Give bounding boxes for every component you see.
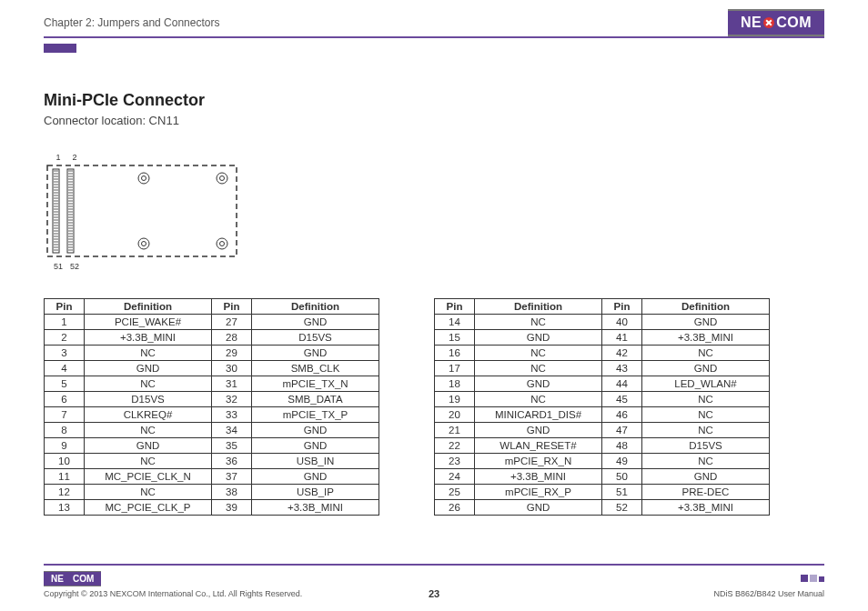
definition-cell: LED_WLAN#	[642, 376, 770, 392]
pin-cell: 6	[45, 392, 85, 407]
pin-cell: 41	[602, 330, 642, 346]
definition-cell: GND	[475, 500, 602, 516]
pin-cell: 44	[602, 376, 642, 392]
pin-label-51: 51	[54, 262, 63, 271]
table-row: 23mPCIE_RX_N49NC	[435, 454, 770, 469]
pin-table-right: Pin Definition Pin Definition 14NC40GND1…	[434, 298, 770, 516]
definition-cell: NC	[85, 485, 212, 500]
th-pin: Pin	[212, 299, 252, 315]
definition-cell: MINICARD1_DIS#	[475, 407, 602, 423]
definition-cell: SMB_DATA	[252, 392, 379, 407]
table-row: 26GND52+3.3B_MINI	[435, 500, 770, 516]
pin-cell: 26	[435, 500, 475, 516]
definition-cell: NC	[642, 392, 770, 407]
pin-cell: 20	[435, 407, 475, 423]
table-row: 2+3.3B_MINI28D15VS	[45, 330, 379, 346]
table-row: 20MINICARD1_DIS#46NC	[435, 407, 770, 423]
table-row: 18GND44LED_WLAN#	[435, 376, 770, 392]
definition-cell: NC	[85, 454, 212, 469]
pin-cell: 8	[45, 423, 85, 438]
th-def: Definition	[252, 299, 379, 315]
logo-text-right: COM	[776, 15, 812, 31]
definition-cell: GND	[85, 361, 212, 376]
table-row: 24+3.3B_MINI50GND	[435, 469, 770, 485]
definition-cell: GND	[85, 438, 212, 454]
th-def: Definition	[475, 299, 602, 315]
pin-cell: 29	[212, 346, 252, 361]
svg-point-68	[142, 242, 146, 246]
definition-cell: mPCIE_RX_N	[475, 454, 602, 469]
pin-cell: 22	[435, 438, 475, 454]
definition-cell: NC	[642, 423, 770, 438]
definition-cell: +3.3B_MINI	[252, 500, 379, 516]
table-row: 15GND41+3.3B_MINI	[435, 330, 770, 346]
definition-cell: D15VS	[252, 330, 379, 346]
definition-cell: GND	[475, 423, 602, 438]
pin-cell: 10	[45, 454, 85, 469]
table-row: 21GND47NC	[435, 423, 770, 438]
pin-label-2: 2	[72, 153, 76, 162]
table-row: 19NC45NC	[435, 392, 770, 407]
table-row: 6D15VS32SMB_DATA	[45, 392, 379, 407]
pin-cell: 45	[602, 392, 642, 407]
definition-cell: NC	[475, 346, 602, 361]
pin-cell: 16	[435, 346, 475, 361]
pin-label-52: 52	[70, 262, 79, 271]
th-pin: Pin	[435, 299, 475, 315]
definition-cell: GND	[475, 330, 602, 346]
table-row: 12NC38USB_IP	[45, 485, 379, 500]
nexcom-logo-small: NE COM	[44, 571, 101, 586]
pin-cell: 25	[435, 485, 475, 500]
table-row: 7CLKREQ#33mPCIE_TX_P	[45, 407, 379, 423]
th-def: Definition	[642, 299, 770, 315]
pin-cell: 1	[45, 315, 85, 330]
svg-point-63	[138, 173, 149, 184]
definition-cell: PCIE_WAKE#	[85, 315, 212, 330]
definition-cell: +3.3B_MINI	[475, 469, 602, 485]
definition-cell: MC_PCIE_CLK_N	[85, 469, 212, 485]
definition-cell: NC	[642, 346, 770, 361]
connector-location: Connector location: CN11	[44, 114, 824, 127]
svg-point-65	[217, 173, 227, 184]
svg-point-69	[217, 238, 227, 249]
svg-point-70	[220, 242, 225, 246]
table-row: 16NC42NC	[435, 346, 770, 361]
th-pin: Pin	[45, 299, 85, 315]
pin-cell: 37	[212, 469, 252, 485]
svg-point-67	[138, 238, 149, 249]
header-accent	[44, 44, 76, 53]
definition-cell: GND	[252, 315, 379, 330]
definition-cell: WLAN_RESET#	[475, 438, 602, 454]
logo-text-left: NE	[741, 15, 762, 31]
pin-cell: 40	[602, 315, 642, 330]
table-row: 10NC36USB_IN	[45, 454, 379, 469]
pin-cell: 19	[435, 392, 475, 407]
pin-cell: 21	[435, 423, 475, 438]
pin-cell: 31	[212, 376, 252, 392]
pin-cell: 35	[212, 438, 252, 454]
definition-cell: GND	[252, 346, 379, 361]
pin-cell: 39	[212, 500, 252, 516]
th-def: Definition	[85, 299, 212, 315]
table-row: 22WLAN_RESET#48D15VS	[435, 438, 770, 454]
logo-x-icon	[763, 17, 774, 28]
connector-diagram: 1 2 51 52	[44, 151, 824, 276]
pin-cell: 43	[602, 361, 642, 376]
table-row: 13MC_PCIE_CLK_P39+3.3B_MINI	[45, 500, 379, 516]
pin-cell: 27	[212, 315, 252, 330]
table-row: 5NC31mPCIE_TX_N	[45, 376, 379, 392]
pin-cell: 24	[435, 469, 475, 485]
definition-cell: GND	[642, 361, 770, 376]
definition-cell: NC	[85, 346, 212, 361]
pin-cell: 50	[602, 469, 642, 485]
pin-cell: 51	[602, 485, 642, 500]
definition-cell: SMB_CLK	[252, 361, 379, 376]
definition-cell: GND	[475, 376, 602, 392]
page-footer: NE COM Copyright © 2013 NEXCOM Internati…	[44, 564, 824, 598]
definition-cell: NC	[642, 407, 770, 423]
pin-cell: 33	[212, 407, 252, 423]
svg-point-64	[142, 176, 146, 181]
table-row: 3NC29GND	[45, 346, 379, 361]
table-row: 8NC34GND	[45, 423, 379, 438]
nexcom-logo: NE COM	[728, 9, 824, 36]
